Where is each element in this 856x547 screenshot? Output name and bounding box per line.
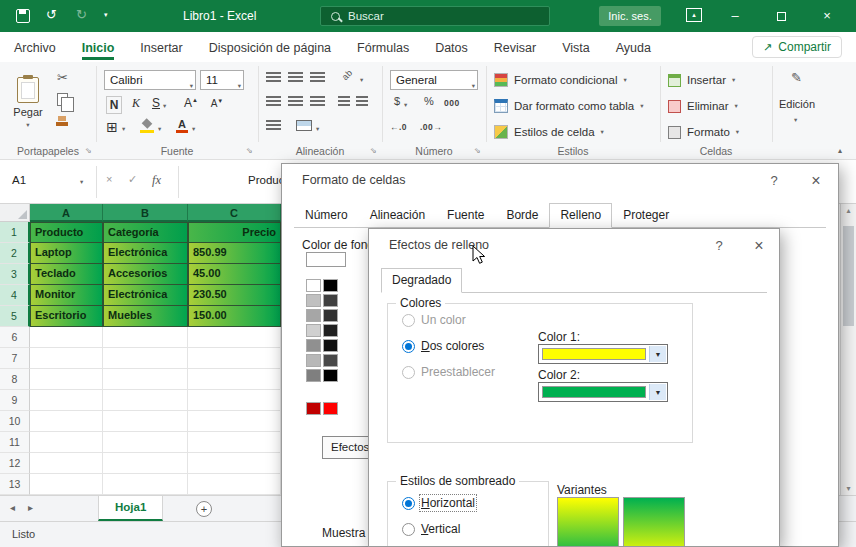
clipboard-dialog-launcher-icon[interactable]: ⇘ bbox=[85, 146, 92, 155]
undo-icon[interactable]: ↺ bbox=[46, 7, 57, 22]
cell[interactable]: Teclado bbox=[30, 264, 103, 285]
minimize-button[interactable]: – bbox=[712, 0, 758, 32]
no-color-swatch[interactable] bbox=[306, 252, 346, 267]
insert-function-icon[interactable]: fx bbox=[152, 173, 161, 188]
decrease-indent-icon[interactable] bbox=[338, 96, 350, 107]
align-left-icon[interactable] bbox=[266, 96, 281, 107]
select-all-corner[interactable] bbox=[0, 204, 30, 222]
tab-insertar[interactable]: Insertar bbox=[140, 34, 182, 60]
row-header[interactable]: 2 bbox=[0, 243, 30, 264]
radio-vertical[interactable]: Vertical bbox=[402, 522, 460, 536]
underline-chevron-icon[interactable]: ▾ bbox=[163, 102, 166, 110]
color2-select[interactable]: ▼ bbox=[538, 382, 668, 402]
row-header[interactable]: 7 bbox=[0, 348, 30, 369]
tab-relleno[interactable]: Relleno bbox=[549, 203, 612, 228]
qat-chevron-icon[interactable]: ▾ bbox=[104, 11, 108, 19]
cell[interactable] bbox=[30, 369, 103, 390]
scrollbar-thumb[interactable] bbox=[843, 226, 854, 326]
sheet-tab-hoja1[interactable]: Hoja1 bbox=[98, 496, 163, 521]
increase-indent-icon[interactable] bbox=[356, 96, 368, 107]
fill-color-icon[interactable] bbox=[140, 120, 154, 133]
color-swatch[interactable] bbox=[323, 324, 338, 337]
search-input[interactable]: Buscar bbox=[320, 6, 550, 26]
row-header[interactable]: 5 bbox=[0, 306, 30, 327]
cell[interactable]: Electrónica bbox=[103, 285, 188, 306]
tab-disposicion[interactable]: Disposición de página bbox=[209, 34, 331, 60]
tab-ayuda[interactable]: Ayuda bbox=[616, 34, 651, 60]
cell[interactable] bbox=[30, 348, 103, 369]
scroll-down-icon[interactable]: ▾ bbox=[841, 484, 856, 493]
color-swatch[interactable] bbox=[323, 369, 338, 382]
underline-button[interactable]: S bbox=[148, 96, 164, 110]
percent-format-icon[interactable]: % bbox=[424, 95, 434, 107]
cell[interactable] bbox=[103, 453, 188, 474]
cell[interactable] bbox=[188, 390, 281, 411]
thousands-format-icon[interactable]: 000 bbox=[444, 98, 460, 108]
cell[interactable] bbox=[30, 390, 103, 411]
prev-sheet-icon[interactable]: ◂ bbox=[10, 502, 15, 513]
paste-button[interactable]: Pegar ▾ bbox=[6, 66, 50, 140]
cell[interactable] bbox=[188, 327, 281, 348]
column-header-c[interactable]: C bbox=[188, 204, 281, 222]
cell[interactable] bbox=[30, 432, 103, 453]
cell[interactable]: 150.00 bbox=[188, 306, 281, 327]
align-middle-icon[interactable] bbox=[288, 72, 303, 83]
cell[interactable]: Escritorio bbox=[30, 306, 103, 327]
cancel-entry-icon[interactable]: × bbox=[106, 173, 112, 185]
tab-degradado[interactable]: Degradado bbox=[381, 268, 462, 293]
cell[interactable]: Accesorios bbox=[103, 264, 188, 285]
cell[interactable] bbox=[103, 369, 188, 390]
italic-button[interactable]: K bbox=[128, 96, 144, 111]
row-header[interactable]: 6 bbox=[0, 327, 30, 348]
tab-inicio[interactable]: Inicio bbox=[82, 34, 115, 60]
row-header[interactable]: 10 bbox=[0, 411, 30, 432]
row-header[interactable]: 8 bbox=[0, 369, 30, 390]
cell[interactable] bbox=[103, 390, 188, 411]
column-header-b[interactable]: B bbox=[103, 204, 188, 222]
color-swatch[interactable] bbox=[323, 279, 338, 292]
help-icon[interactable]: ? bbox=[760, 169, 788, 193]
close-icon[interactable]: × bbox=[745, 234, 773, 258]
cell[interactable]: Precio bbox=[188, 222, 281, 243]
orientation-icon[interactable]: ab bbox=[340, 68, 354, 82]
column-header-a[interactable]: A bbox=[30, 204, 103, 222]
cell[interactable] bbox=[103, 327, 188, 348]
copy-icon[interactable] bbox=[57, 93, 68, 106]
editing-group-button[interactable]: ✎ Edición ▾ bbox=[772, 62, 822, 142]
row-header[interactable]: 9 bbox=[0, 390, 30, 411]
row-header[interactable]: 4 bbox=[0, 285, 30, 306]
cell[interactable] bbox=[30, 411, 103, 432]
color1-select[interactable]: ▼ bbox=[538, 344, 668, 364]
cell[interactable] bbox=[188, 411, 281, 432]
cell[interactable] bbox=[103, 348, 188, 369]
increase-font-icon[interactable]: A▲ bbox=[180, 96, 202, 110]
cell[interactable]: Producto bbox=[30, 222, 103, 243]
help-icon[interactable]: ? bbox=[705, 234, 733, 258]
cell[interactable]: 850.99 bbox=[188, 243, 281, 264]
confirm-entry-icon[interactable]: ✓ bbox=[128, 173, 137, 186]
tab-vista[interactable]: Vista bbox=[562, 34, 590, 60]
close-icon[interactable]: × bbox=[802, 169, 830, 193]
align-top-icon[interactable] bbox=[266, 72, 281, 83]
cell[interactable] bbox=[103, 411, 188, 432]
currency-chevron-icon[interactable]: ▾ bbox=[404, 101, 407, 109]
sign-in-button[interactable]: Inic. ses. bbox=[599, 6, 661, 26]
borders-icon[interactable]: ⊞ bbox=[104, 119, 120, 135]
currency-format-icon[interactable]: $ bbox=[394, 95, 400, 107]
cell[interactable]: Muebles bbox=[103, 306, 188, 327]
decrease-font-icon[interactable]: A▼ bbox=[206, 98, 228, 109]
fill-color-chevron-icon[interactable]: ▾ bbox=[158, 125, 161, 133]
row-header[interactable]: 11 bbox=[0, 432, 30, 453]
align-right-icon[interactable] bbox=[310, 96, 325, 107]
color-swatch[interactable] bbox=[323, 402, 338, 415]
radio-two-colors[interactable]: Dos colores bbox=[402, 339, 484, 353]
radio-one-color[interactable]: Un color bbox=[402, 313, 466, 327]
font-size-select[interactable]: 11▾ bbox=[200, 70, 244, 90]
align-bottom-icon[interactable] bbox=[310, 72, 325, 83]
redo-icon[interactable]: ↻ bbox=[76, 7, 87, 22]
color-swatch[interactable] bbox=[306, 369, 321, 382]
alignment-dialog-launcher-icon[interactable]: ⇘ bbox=[370, 146, 377, 155]
decrease-decimal-icon[interactable]: .00→ bbox=[420, 122, 442, 132]
radio-preset[interactable]: Preestablecer bbox=[402, 365, 495, 379]
number-dialog-launcher-icon[interactable]: ⇘ bbox=[474, 146, 481, 155]
